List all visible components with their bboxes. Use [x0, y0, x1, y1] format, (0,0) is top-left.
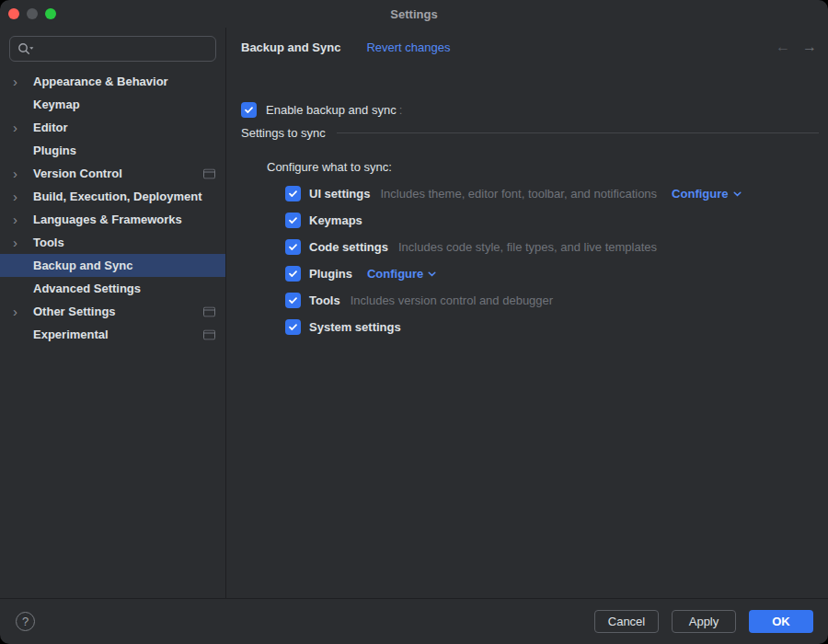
help-icon[interactable]: ? [16, 612, 35, 631]
sidebar-item-label: Advanced Settings [33, 282, 141, 295]
sidebar-item-label: Experimental [33, 328, 109, 341]
sync-item-label[interactable]: Tools [309, 293, 340, 307]
search-input[interactable] [35, 41, 208, 57]
sidebar-item-plugins[interactable]: Plugins [0, 139, 225, 162]
sidebar-item-version-control[interactable]: ›Version Control [0, 162, 225, 185]
dialog-buttons: Cancel Apply OK [594, 610, 813, 633]
history-nav: ← → [776, 40, 817, 54]
pane-indicator-icon [203, 306, 215, 316]
sync-item-description: Includes version control and debugger [351, 293, 553, 307]
sidebar-item-editor[interactable]: ›Editor [0, 116, 225, 139]
sync-item-system-settings: System settings [285, 314, 819, 340]
enable-backup-suffix: : [399, 103, 403, 117]
configure-dropdown-link[interactable]: Configure [672, 187, 741, 201]
page-title: Backup and Sync [241, 40, 340, 54]
checkbox-checked[interactable] [285, 319, 301, 335]
check-icon [244, 105, 254, 115]
checkbox-checked[interactable] [285, 213, 301, 228]
sidebar-item-label: Languages & Frameworks [33, 213, 182, 226]
enable-backup-checkbox-checked[interactable] [241, 102, 257, 118]
enable-backup-label[interactable]: Enable backup and sync [266, 103, 397, 117]
footer-bar: ? Cancel Apply OK [0, 598, 828, 644]
configure-link-label: Configure [367, 267, 423, 281]
sidebar-item-experimental[interactable]: Experimental [0, 323, 225, 346]
sync-item-keymaps: Keymaps [285, 207, 819, 234]
sidebar-item-build-execution-deployment[interactable]: ›Build, Execution, Deployment [0, 185, 225, 208]
sidebar-item-label: Editor [33, 121, 68, 134]
sidebar-item-label: Backup and Sync [33, 259, 132, 272]
sidebar-item-label: Appearance & Behavior [33, 75, 168, 88]
sidebar: ›Appearance & BehaviorKeymap›EditorPlugi… [0, 28, 226, 598]
settings-window: Settings ›Appearance & BehaviorKeymap›Ed… [0, 0, 828, 644]
chevron-right-icon[interactable]: › [13, 213, 33, 226]
content-panel: Backup and Sync Revert changes ← → Enabl… [226, 28, 828, 598]
checkbox-checked[interactable] [285, 239, 301, 255]
configure-dropdown-link[interactable]: Configure [367, 267, 436, 281]
forward-arrow-icon[interactable]: → [802, 40, 817, 54]
check-icon [288, 295, 298, 305]
check-icon [288, 269, 298, 279]
minimize-button [27, 8, 38, 19]
back-arrow-icon[interactable]: ← [776, 40, 790, 54]
enable-backup-row: Enable backup and sync : [241, 102, 402, 118]
sync-options-list: UI settingsIncludes theme, editor font, … [285, 180, 819, 340]
chevron-right-icon[interactable]: › [13, 75, 33, 88]
cancel-button[interactable]: Cancel [594, 610, 659, 633]
settings-tree: ›Appearance & BehaviorKeymap›EditorPlugi… [0, 70, 225, 346]
checkbox-checked[interactable] [285, 293, 301, 308]
chevron-down-icon [428, 271, 436, 277]
sync-item-label[interactable]: Keymaps [309, 213, 362, 227]
pane-indicator-icon [203, 329, 215, 339]
check-icon [288, 215, 298, 225]
chevron-right-icon[interactable]: › [13, 167, 33, 180]
configure-link-label: Configure [672, 187, 728, 201]
chevron-right-icon[interactable]: › [13, 121, 33, 134]
sidebar-item-other-settings[interactable]: ›Other Settings [0, 300, 225, 323]
chevron-right-icon[interactable]: › [13, 236, 33, 249]
checkbox-checked[interactable] [285, 266, 301, 282]
sidebar-item-label: Tools [33, 236, 64, 249]
search-box[interactable] [9, 36, 216, 62]
sidebar-item-label: Plugins [33, 144, 76, 157]
ok-button[interactable]: OK [749, 610, 813, 633]
titlebar: Settings [0, 0, 828, 28]
chevron-down-icon [733, 191, 742, 197]
sync-item-code-settings: Code settingsIncludes code style, file t… [285, 234, 819, 260]
sidebar-item-keymap[interactable]: Keymap [0, 93, 225, 116]
check-icon [288, 322, 298, 332]
apply-button[interactable]: Apply [672, 610, 736, 633]
sidebar-item-label: Keymap [33, 98, 80, 111]
pane-indicator-icon [203, 168, 215, 178]
traffic-lights [8, 0, 56, 28]
window-title: Settings [390, 7, 437, 21]
sidebar-item-languages-frameworks[interactable]: ›Languages & Frameworks [0, 208, 225, 231]
chevron-down-icon [733, 191, 742, 197]
sidebar-item-tools[interactable]: ›Tools [0, 231, 225, 254]
sync-item-label[interactable]: UI settings [309, 187, 370, 201]
pane-indicator-icon [203, 168, 215, 178]
sidebar-item-appearance-behavior[interactable]: ›Appearance & Behavior [0, 70, 225, 93]
main-split: ›Appearance & BehaviorKeymap›EditorPlugi… [0, 28, 828, 598]
pane-indicator-icon [203, 329, 215, 339]
sync-item-label[interactable]: System settings [309, 320, 401, 334]
checkbox-checked[interactable] [285, 186, 301, 201]
sync-item-plugins: PluginsConfigure [285, 260, 819, 287]
section-title: Settings to sync [241, 126, 326, 140]
search-icon [17, 42, 35, 55]
configure-what-to-sync-label: Configure what to sync: [267, 160, 392, 174]
check-icon [288, 189, 298, 199]
chevron-right-icon[interactable]: › [13, 190, 33, 203]
section-separator-line [337, 132, 819, 133]
sync-item-description: Includes theme, editor font, toolbar, an… [380, 187, 657, 201]
sidebar-item-advanced-settings[interactable]: Advanced Settings [0, 277, 225, 300]
sync-item-label[interactable]: Code settings [309, 240, 388, 254]
sync-item-label[interactable]: Plugins [309, 267, 352, 281]
sync-item-ui-settings: UI settingsIncludes theme, editor font, … [285, 180, 819, 207]
zoom-button[interactable] [45, 8, 56, 19]
revert-changes-link[interactable]: Revert changes [366, 40, 450, 54]
sidebar-item-backup-and-sync[interactable]: Backup and Sync [0, 254, 225, 277]
chevron-down-icon [428, 271, 436, 277]
chevron-right-icon[interactable]: › [13, 305, 33, 318]
sidebar-item-label: Version Control [33, 167, 122, 180]
close-button[interactable] [8, 8, 19, 19]
